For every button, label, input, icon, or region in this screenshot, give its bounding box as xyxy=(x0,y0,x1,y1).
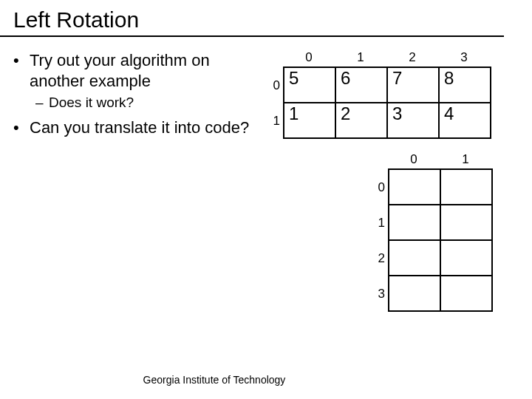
grid2-row-label: 2 xyxy=(375,251,385,266)
table-row xyxy=(389,240,492,276)
table-row xyxy=(389,169,492,205)
grid-cell xyxy=(440,240,492,276)
grid-cell xyxy=(389,205,440,240)
grid-cell xyxy=(440,205,492,240)
grid1-row-label: 0 xyxy=(270,78,280,93)
grid2-row-label: 1 xyxy=(375,216,385,231)
grid2-row-label: 3 xyxy=(375,287,385,301)
grid-cell: 4 xyxy=(439,103,491,138)
bullet-text: Can you translate it into code? xyxy=(30,117,249,138)
grid-cell: 2 xyxy=(335,103,387,138)
slide-content: • Try out your algorithm on another exam… xyxy=(0,37,532,140)
grid-cell xyxy=(440,276,492,311)
bullet-text: Try out your algorithm on another exampl… xyxy=(30,50,253,91)
grid-cell: 8 xyxy=(439,67,491,103)
grid-cell xyxy=(389,169,440,205)
grid1-col-label: 1 xyxy=(335,50,386,65)
footer-text: Georgia Institute of Technology xyxy=(0,374,480,386)
grid-cell xyxy=(389,240,440,276)
table-row: 1 2 3 4 xyxy=(284,103,491,138)
bullet-dot-icon: • xyxy=(13,50,30,91)
dash-icon: – xyxy=(35,94,49,112)
grid-cell xyxy=(440,169,492,205)
grid1-col-label: 2 xyxy=(386,50,438,65)
table-row xyxy=(389,205,492,240)
grid2-table xyxy=(388,168,493,312)
sub-bullet-item: – Does it work? xyxy=(35,94,253,112)
bullet-list: • Try out your algorithm on another exam… xyxy=(13,50,253,140)
grids-area: 0 1 2 3 0 1 5 6 7 8 1 2 3 4 0 1 0 1 2 3 xyxy=(253,50,519,140)
sub-bullet-text: Does it work? xyxy=(49,94,134,112)
grid1-table: 5 6 7 8 1 2 3 4 xyxy=(283,66,491,139)
table-row xyxy=(389,276,492,311)
grid2-col-label: 0 xyxy=(388,152,440,167)
bullet-item: • Can you translate it into code? xyxy=(13,117,253,138)
grid2-col-label: 1 xyxy=(440,152,491,167)
grid2-row-label: 0 xyxy=(375,180,385,195)
grid1-col-label: 0 xyxy=(283,50,335,65)
grid-cell: 7 xyxy=(387,67,439,103)
grid-cell: 3 xyxy=(387,103,439,138)
grid1-col-label: 3 xyxy=(438,50,490,65)
grid-cell: 6 xyxy=(335,67,387,103)
grid-cell: 5 xyxy=(284,67,335,103)
bullet-dot-icon: • xyxy=(13,117,30,138)
bullet-item: • Try out your algorithm on another exam… xyxy=(13,50,253,91)
slide-title: Left Rotation xyxy=(0,0,504,37)
table-row: 5 6 7 8 xyxy=(284,67,491,103)
grid-cell: 1 xyxy=(284,103,335,138)
grid-cell xyxy=(389,276,440,311)
grid1-row-label: 1 xyxy=(270,114,280,129)
